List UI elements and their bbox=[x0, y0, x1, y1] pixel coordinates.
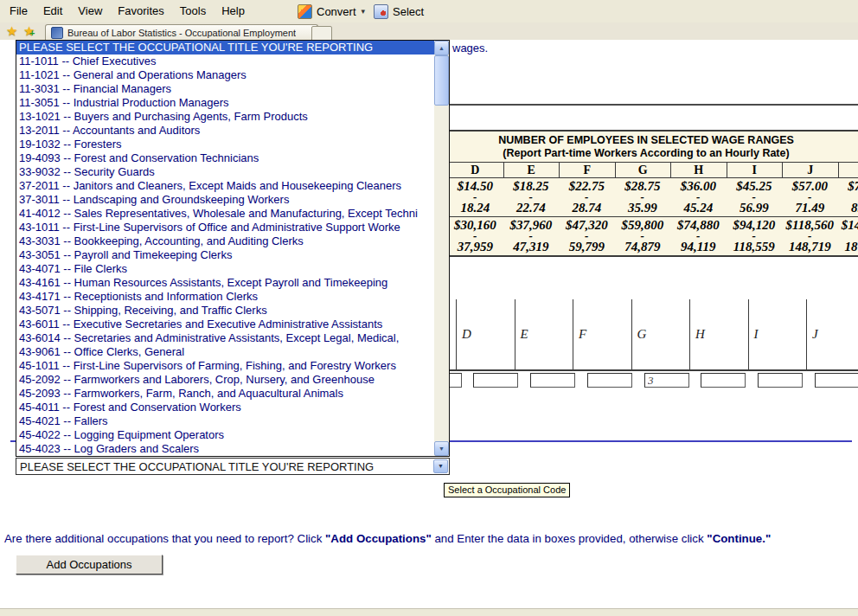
occupation-option[interactable]: 11-1011 -- Chief Executives bbox=[16, 55, 434, 68]
employee-count-input[interactable] bbox=[530, 373, 575, 388]
annual-to: 187,199 bbox=[838, 241, 858, 253]
occupation-option[interactable]: 43-4171 -- Receptionists and Information… bbox=[16, 290, 434, 304]
entry-column: H bbox=[689, 299, 748, 369]
menu-item[interactable]: File bbox=[2, 0, 35, 22]
occupation-option[interactable]: 43-6011 -- Executive Secretaries and Exe… bbox=[16, 318, 434, 331]
employee-entry-table: D E F G H I J bbox=[456, 299, 858, 369]
dropdown-header-option[interactable]: PLEASE SELECT THE OCCUPATIONAL TITLE YOU… bbox=[16, 41, 434, 55]
occupation-option[interactable]: 43-4161 -- Human Resources Assistants, E… bbox=[16, 276, 434, 290]
annual-wage-range: $94,120 - 118,559 bbox=[727, 217, 783, 255]
occupation-option[interactable]: 33-9032 -- Security Guards bbox=[16, 165, 434, 179]
hourly-to: 22.74 bbox=[503, 202, 560, 215]
scroll-down-button[interactable]: ▼ bbox=[434, 441, 449, 456]
occupation-option[interactable]: 13-1021 -- Buyers and Purchasing Agents,… bbox=[16, 110, 434, 124]
select-dropdown-button[interactable]: ▼ bbox=[433, 459, 448, 473]
employee-count-input[interactable] bbox=[815, 373, 858, 388]
scrollbar-thumb[interactable] bbox=[434, 55, 449, 106]
occupation-option[interactable]: 45-2092 -- Farmworkers and Laborers, Cro… bbox=[16, 373, 434, 387]
occupation-option[interactable]: 43-1011 -- First-Line Supervisors of Off… bbox=[16, 221, 434, 234]
hourly-wage-range: $36.00 - 45.24 bbox=[670, 178, 727, 216]
hourly-from: $71.50 bbox=[838, 180, 858, 193]
question-text-1: Are there additional occupations that yo… bbox=[4, 532, 325, 545]
menu-item[interactable]: Favorites bbox=[110, 0, 171, 22]
occupation-option[interactable]: 45-2093 -- Farmworkers, Farm, Ranch, and… bbox=[16, 387, 434, 401]
annual-to: 59,799 bbox=[559, 241, 615, 253]
tab-bls[interactable]: Bureau of Labor Statistics - Occupationa… bbox=[45, 24, 318, 40]
annual-wage-range: $118,560 - 148,719 bbox=[782, 217, 838, 255]
wage-column-letter: F bbox=[559, 163, 615, 177]
entry-table-bottom-border bbox=[448, 369, 858, 371]
annual-from: $148,720 bbox=[838, 219, 858, 232]
annual-wage-range: $59,800 - 74,879 bbox=[615, 217, 671, 255]
menu-item[interactable]: Help bbox=[214, 0, 253, 22]
annual-to: 118,559 bbox=[727, 241, 783, 253]
occupation-option[interactable]: 19-1032 -- Foresters bbox=[16, 138, 434, 151]
employee-count-input[interactable] bbox=[473, 373, 518, 388]
hourly-wage-range: $71.50 - 89.99 bbox=[838, 178, 858, 216]
occupation-option[interactable]: 43-6014 -- Secretaries and Administrativ… bbox=[16, 331, 434, 345]
wage-column-letters-row: DEFGHIJK bbox=[447, 162, 858, 178]
convert-icon bbox=[298, 4, 312, 19]
occupation-option[interactable]: 45-1011 -- First-Line Supervisors of Far… bbox=[16, 359, 434, 373]
occupation-option[interactable]: 11-1021 -- General and Operations Manage… bbox=[16, 68, 434, 82]
hourly-to: 35.99 bbox=[615, 202, 671, 215]
annual-to: 74,879 bbox=[615, 241, 671, 253]
scroll-up-button[interactable]: ▲ bbox=[434, 41, 449, 55]
additional-occupations-question: Are there additional occupations that yo… bbox=[4, 532, 854, 545]
hourly-to: 89.99 bbox=[838, 202, 858, 215]
occupation-option[interactable]: 19-4093 -- Forest and Conservation Techn… bbox=[16, 151, 434, 165]
add-occupations-button[interactable]: Add Occupations bbox=[16, 555, 163, 574]
hourly-to: 28.74 bbox=[559, 202, 615, 215]
occupation-option[interactable]: 43-4071 -- File Clerks bbox=[16, 262, 434, 276]
question-text-2: and Enter the data in boxes provided, ot… bbox=[432, 532, 708, 545]
occupation-option[interactable]: 45-4021 -- Fallers bbox=[16, 414, 434, 428]
occupation-select[interactable]: PLEASE SELECT THE OCCUPATIONAL TITLE YOU… bbox=[16, 458, 450, 475]
occupation-option[interactable]: 43-3031 -- Bookkeeping, Accounting, and … bbox=[16, 234, 434, 248]
occupation-option[interactable]: 13-2011 -- Accountants and Auditors bbox=[16, 124, 434, 138]
employee-count-input[interactable] bbox=[758, 373, 803, 388]
question-bold-continue: "Continue." bbox=[707, 532, 771, 545]
hourly-wage-range: $22.75 - 28.74 bbox=[559, 178, 615, 216]
employee-count-input[interactable] bbox=[644, 373, 689, 388]
favorites-star-icon[interactable]: ★ bbox=[6, 23, 17, 39]
wage-column-letter: H bbox=[670, 163, 727, 177]
wage-column-letter: D bbox=[447, 163, 503, 177]
list-scrollbar[interactable]: ▲ ▼ bbox=[434, 41, 449, 456]
new-tab-button[interactable] bbox=[311, 26, 332, 41]
employee-count-input[interactable] bbox=[587, 373, 632, 388]
employee-count-input[interactable] bbox=[701, 373, 746, 388]
status-bar bbox=[0, 608, 858, 616]
wage-column-letter: J bbox=[782, 163, 838, 177]
annual-wage-range: $148,720 - 187,199 bbox=[838, 217, 858, 255]
menu-item[interactable]: Tools bbox=[172, 0, 214, 22]
entry-column-letter: E bbox=[521, 327, 528, 342]
occupation-option[interactable]: 11-3031 -- Financial Managers bbox=[16, 82, 434, 96]
convert-toolbar-button[interactable]: Convert ▾ bbox=[298, 0, 365, 22]
add-favorite-icon[interactable]: ★+ bbox=[23, 23, 35, 39]
wage-table-title: NUMBER OF EMPLOYEES IN SELECTED WAGE RAN… bbox=[447, 132, 858, 147]
select-toolbar-button[interactable]: Select bbox=[374, 0, 424, 22]
occupation-option[interactable]: 45-4022 -- Logging Equipment Operators bbox=[16, 428, 434, 442]
occupation-option[interactable]: 37-2011 -- Janitors and Cleaners, Except… bbox=[16, 179, 434, 193]
menu-item[interactable]: Edit bbox=[35, 0, 70, 22]
wage-column-letter: I bbox=[727, 163, 783, 177]
tooltip: Select a Occupational Code bbox=[444, 483, 570, 497]
occupation-option[interactable]: 43-5071 -- Shipping, Receiving, and Traf… bbox=[16, 304, 434, 318]
occupation-option[interactable]: 37-3011 -- Landscaping and Groundskeepin… bbox=[16, 193, 434, 207]
occupation-option[interactable]: 45-4011 -- Forest and Conservation Worke… bbox=[16, 401, 434, 414]
menu-item[interactable]: View bbox=[70, 0, 110, 22]
entry-column-letter: G bbox=[637, 327, 647, 342]
occupation-option[interactable]: 43-3051 -- Payroll and Timekeeping Clerk… bbox=[16, 248, 434, 262]
occupation-option[interactable]: 11-3051 -- Industrial Production Manager… bbox=[16, 96, 434, 110]
hourly-wage-range: $57.00 - 71.49 bbox=[782, 178, 838, 216]
tab-bar: ★ ★+ Bureau of Labor Statistics - Occupa… bbox=[0, 22, 858, 40]
occupation-option[interactable]: 45-4023 -- Log Graders and Scalers bbox=[16, 442, 434, 456]
occupation-option[interactable]: 43-9061 -- Office Clerks, General bbox=[16, 345, 434, 359]
instruction-text-fragment: wages. bbox=[452, 42, 488, 55]
entry-column-letter: F bbox=[579, 327, 586, 342]
entry-column-letter: I bbox=[754, 327, 759, 342]
occupation-option[interactable]: 41-4012 -- Sales Representatives, Wholes… bbox=[16, 207, 434, 221]
select-label: Select bbox=[393, 5, 424, 18]
hourly-wage-range: $45.25 - 56.99 bbox=[727, 178, 783, 216]
chevron-down-icon[interactable]: ▾ bbox=[362, 7, 366, 16]
